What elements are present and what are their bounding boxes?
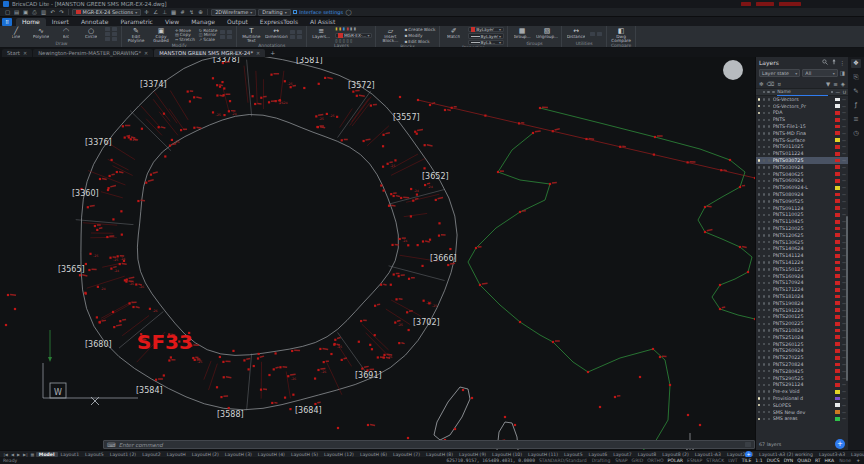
toggle-esnap[interactable]: ESNAP: [686, 458, 703, 463]
freeze-icon[interactable]: [763, 207, 765, 209]
layer-row[interactable]: PNTS—: [756, 116, 848, 123]
ribbon-mini-icon[interactable]: [297, 35, 302, 39]
bulb-icon[interactable]: [758, 336, 760, 338]
layer-color-swatch[interactable]: [835, 206, 840, 210]
bulb-icon[interactable]: [758, 180, 760, 182]
layer-color-swatch[interactable]: [835, 383, 840, 387]
layer-row[interactable]: PNTS291124—: [756, 381, 848, 388]
layout-tab-model[interactable]: Model: [36, 452, 58, 457]
bulb-icon[interactable]: [758, 390, 760, 392]
close-tab-icon[interactable]: ✕: [144, 50, 148, 56]
lock-icon[interactable]: [768, 187, 770, 189]
bulb-icon[interactable]: [758, 418, 760, 420]
bulb-icon[interactable]: [758, 302, 760, 304]
layout-tab-layout7[interactable]: Layout7: [610, 452, 635, 457]
lock-icon[interactable]: [768, 153, 770, 155]
lock-icon[interactable]: [768, 112, 770, 114]
bulb-icon[interactable]: [758, 200, 760, 202]
freeze-icon[interactable]: [763, 363, 765, 365]
bulb-icon[interactable]: [758, 139, 760, 141]
layer-color-swatch[interactable]: [835, 267, 840, 271]
lock-icon[interactable]: [768, 166, 770, 168]
layer-color-swatch[interactable]: [835, 410, 840, 414]
layer-color-swatch[interactable]: [835, 152, 840, 156]
drawing-canvas[interactable]: .25-26.24.24-25.24-26.24.25-25.25.24.25-…: [0, 57, 755, 450]
layer-row[interactable]: PDA—: [756, 110, 848, 117]
lock-icon[interactable]: [768, 214, 770, 216]
line-button[interactable]: ╱Line: [5, 27, 27, 41]
annotation-scale-indicator[interactable]: None: [838, 458, 852, 463]
lock-icon[interactable]: [768, 221, 770, 223]
layer-color-swatch[interactable]: [835, 342, 840, 346]
ribbon-tab-view[interactable]: View: [159, 18, 185, 26]
layout-grid-icon[interactable]: ▦: [29, 452, 36, 457]
freeze-icon[interactable]: [763, 350, 765, 352]
layer-row[interactable]: PNTS110025—: [756, 212, 848, 219]
freeze-icon[interactable]: [763, 119, 765, 121]
layer-color-swatch[interactable]: [835, 322, 840, 326]
freeze-icon[interactable]: [763, 166, 765, 168]
bulb-icon[interactable]: [758, 234, 760, 236]
ribbon-mini-icon[interactable]: [597, 32, 602, 36]
layer-row[interactable]: PNTS270225—: [756, 354, 848, 361]
toggle-hka[interactable]: HKA: [824, 458, 836, 463]
bulb-icon[interactable]: [758, 146, 760, 148]
layout-tab-layouth-5[interactable]: LayoutH (5): [288, 452, 321, 457]
modify-button[interactable]: ▪Modify: [404, 33, 435, 38]
toggle-grid[interactable]: GRID: [631, 458, 645, 463]
layer-row[interactable]: PNTS160924—: [756, 273, 848, 280]
freeze-icon[interactable]: [763, 261, 765, 263]
bulb-icon[interactable]: [758, 377, 760, 379]
ribbon-mini-icon[interactable]: [290, 30, 295, 34]
layer-row[interactable]: PNTS-File1-15—: [756, 123, 848, 130]
layout-tab-layouth[interactable]: LayoutH: [164, 452, 189, 457]
toggle-ducs[interactable]: DUCS: [766, 458, 781, 463]
layer-color-swatch[interactable]: [835, 131, 840, 135]
layout-tab-layouth-8[interactable]: LayoutH (8): [423, 452, 456, 457]
freeze-icon[interactable]: [763, 98, 765, 100]
bulb-icon[interactable]: [758, 275, 760, 277]
layer-color-swatch[interactable]: [835, 145, 840, 149]
layer-row[interactable]: PNTS080924—: [756, 191, 848, 198]
lock-icon[interactable]: [768, 316, 770, 318]
layer-color-swatch[interactable]: [835, 233, 840, 237]
layer-color-swatch[interactable]: [835, 254, 840, 258]
layers-button[interactable]: ≡Layers...: [310, 27, 332, 43]
layer-color-swatch[interactable]: [835, 335, 840, 339]
bulb-icon[interactable]: [758, 105, 760, 107]
layer-row[interactable]: PNTS120025—: [756, 225, 848, 232]
layers-scrollbar[interactable]: [846, 216, 848, 381]
lock-icon[interactable]: [768, 105, 770, 107]
freeze-icon[interactable]: [763, 275, 765, 277]
layout-tab-layout1-2[interactable]: Layout1 (2): [107, 452, 140, 457]
lock-icon[interactable]: [768, 370, 770, 372]
dwg-compare-button[interactable]: ◧Dwg Compare: [610, 27, 632, 43]
lock-icon[interactable]: [768, 234, 770, 236]
layer-color-swatch[interactable]: [835, 199, 840, 203]
layer-color-swatch[interactable]: [835, 274, 840, 278]
freeze-icon[interactable]: [763, 105, 765, 107]
freeze-icon[interactable]: [763, 309, 765, 311]
ribbon-mini-icon[interactable]: [105, 27, 110, 31]
freeze-icon[interactable]: [763, 248, 765, 250]
lightning-icon[interactable]: ↯: [188, 8, 195, 17]
layer-color-swatch[interactable]: [835, 193, 840, 197]
bulb-icon[interactable]: [758, 323, 760, 325]
lock-icon[interactable]: [768, 377, 770, 379]
edit-polyline-button[interactable]: ✎Edit Polyline: [125, 27, 147, 43]
layer-color-swatch[interactable]: [835, 98, 840, 102]
layer-row[interactable]: PNTS170924—: [756, 280, 848, 287]
cursor-snap-icon[interactable]: ✛: [143, 8, 150, 17]
layer-row[interactable]: Pre-ex Void—: [756, 388, 848, 395]
ribbon-mini-icon[interactable]: [297, 30, 302, 34]
bulb-icon[interactable]: [758, 112, 760, 114]
distance-button[interactable]: ↔Distance: [565, 27, 587, 41]
freeze-icon[interactable]: [763, 146, 765, 148]
freeze-icon[interactable]: [763, 343, 765, 345]
circle-button[interactable]: ○Circle: [80, 27, 102, 41]
layer-row[interactable]: SMS New dev—: [756, 409, 848, 416]
freeze-icon[interactable]: [763, 316, 765, 318]
layer-color-swatch[interactable]: [835, 403, 840, 407]
layer-color-swatch[interactable]: [835, 417, 840, 421]
ribbon-tab-home[interactable]: Home: [16, 18, 46, 26]
